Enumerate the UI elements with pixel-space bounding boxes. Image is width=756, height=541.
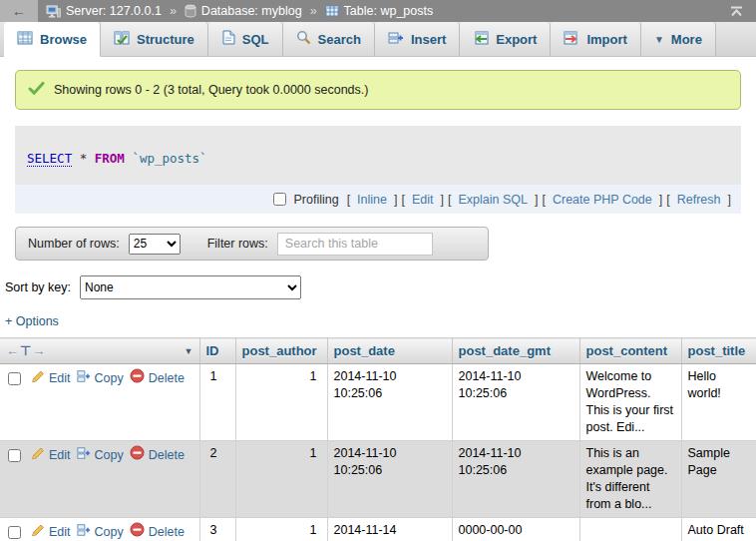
number-of-rows-select[interactable]: 25 — [129, 234, 181, 255]
tab-label: Insert — [411, 32, 446, 47]
server-icon — [46, 5, 61, 18]
tab-import[interactable]: Import — [551, 22, 640, 56]
tab-label: Browse — [40, 32, 87, 47]
breadcrumb-table[interactable]: Table: wp_posts — [344, 4, 434, 18]
delete-row-link[interactable]: Delete — [130, 522, 185, 541]
column-header-post-date-gmt[interactable]: post_date_gmt — [452, 338, 579, 364]
row-checkbox[interactable] — [8, 449, 21, 462]
copy-label: Copy — [95, 447, 124, 464]
column-header-id[interactable]: ID — [199, 338, 235, 364]
tab-search[interactable]: Search — [283, 22, 375, 56]
edit-row-link[interactable]: Edit — [31, 369, 71, 388]
explain-sql-link[interactable]: Explain SQL — [458, 193, 527, 207]
breadcrumb-database[interactable]: Database: myblog — [201, 4, 302, 18]
sort-by-key-row: Sort by key: None — [5, 275, 756, 299]
delete-row-link[interactable]: Delete — [130, 445, 185, 465]
search-icon — [296, 30, 311, 48]
back-button[interactable]: ← — [0, 0, 38, 22]
inline-link[interactable]: Inline — [357, 193, 387, 207]
filter-rows-input[interactable] — [277, 233, 433, 256]
cell-post-date: 2014-11-14 06:33:38 — [327, 518, 452, 541]
delete-label: Delete — [149, 524, 185, 541]
copy-label: Copy — [95, 370, 124, 387]
delete-label: Delete — [149, 370, 185, 387]
collapse-panel-icon[interactable] — [729, 6, 744, 17]
copy-icon — [77, 523, 91, 541]
copy-icon — [77, 446, 91, 465]
edit-row-link[interactable]: Edit — [31, 446, 71, 465]
sort-by-key-select[interactable]: None — [80, 275, 301, 299]
database-icon — [185, 4, 196, 18]
cell-post-date-gmt: 2014-11-10 10:25:06 — [452, 364, 579, 441]
copy-label: Copy — [95, 524, 124, 541]
insert-row-icon — [388, 31, 404, 48]
status-message: Showing rows 0 - 2 (3 total, Query took … — [15, 70, 741, 110]
breadcrumb-separator: » — [170, 4, 177, 18]
tab-structure[interactable]: Structure — [101, 22, 208, 56]
bracket: ] — [441, 193, 444, 207]
edit-label: Edit — [49, 524, 71, 541]
row-checkbox[interactable] — [8, 372, 21, 385]
status-message-text: Showing rows 0 - 2 (3 total, Query took … — [54, 83, 368, 97]
filter-rows-label: Filter rows: — [207, 237, 268, 251]
breadcrumb-server[interactable]: Server: 127.0.0.1 — [66, 4, 162, 18]
column-header-post-date[interactable]: post_date — [327, 338, 452, 364]
tab-insert[interactable]: Insert — [375, 22, 460, 56]
cell-post-date-gmt: 0000-00-00 00:00:00 — [452, 518, 579, 541]
cell-post-content — [579, 518, 681, 541]
sql-table-name: `wp_posts` — [132, 151, 206, 166]
column-header-post-content[interactable]: post_content — [579, 338, 681, 364]
column-visibility-widget[interactable]: ←⊤→ — [6, 343, 46, 358]
pencil-icon — [31, 369, 45, 388]
column-header-post-title[interactable]: post_title — [681, 338, 756, 364]
delete-icon — [130, 445, 145, 465]
copy-row-link[interactable]: Copy — [77, 446, 124, 465]
browse-table-icon — [17, 31, 33, 48]
tab-label: Structure — [137, 32, 194, 47]
tab-browse[interactable]: Browse — [4, 22, 101, 57]
sql-file-icon — [221, 30, 235, 48]
breadcrumb: Server: 127.0.0.1 » Database: myblog » T… — [46, 4, 433, 18]
cell-post-title: Sample Page — [681, 441, 756, 518]
tab-label: Search — [318, 32, 361, 47]
profiling-checkbox[interactable] — [273, 193, 286, 206]
edit-row-link[interactable]: Edit — [31, 523, 71, 541]
sort-by-key-label: Sort by key: — [5, 280, 71, 294]
bracket: [ — [448, 193, 451, 207]
tab-more[interactable]: ▼ More — [641, 22, 716, 56]
cell-post-date: 2014-11-10 10:25:06 — [327, 364, 452, 441]
tab-label: Export — [496, 32, 537, 47]
create-php-code-link[interactable]: Create PHP Code — [553, 193, 652, 207]
breadcrumb-bar: ← Server: 127.0.0.1 » Database: myblog »… — [0, 0, 756, 22]
sql-star: * — [80, 151, 88, 166]
sql-keyword-select[interactable]: SELECT — [27, 151, 72, 167]
delete-label: Delete — [149, 447, 185, 464]
sql-query-box: SELECT * FROM `wp_posts` — [15, 126, 741, 185]
edit-query-link[interactable]: Edit — [412, 193, 434, 207]
tab-sql[interactable]: SQL — [208, 22, 283, 56]
row-checkbox[interactable] — [8, 526, 21, 539]
copy-row-link[interactable]: Copy — [77, 523, 124, 541]
tab-export[interactable]: Export — [460, 22, 551, 56]
bracket: [ — [542, 193, 545, 207]
sql-keyword-from: FROM — [95, 151, 125, 166]
column-header-post-author[interactable]: post_author — [235, 338, 327, 364]
cell-id: 2 — [199, 441, 235, 518]
options-toggle-link[interactable]: + Options — [5, 314, 59, 328]
delete-row-link[interactable]: Delete — [130, 368, 185, 388]
cell-id: 3 — [199, 518, 235, 541]
tab-label: SQL — [242, 32, 269, 47]
cell-post-content: This is an example page. It's different … — [579, 441, 681, 518]
pencil-icon — [31, 523, 45, 541]
refresh-link[interactable]: Refresh — [677, 193, 721, 207]
breadcrumb-separator: » — [310, 4, 317, 18]
bracket: [ — [401, 193, 404, 207]
table-header-row: ←⊤→ ▼ ID post_author post_date post_date… — [0, 338, 756, 364]
bracket: ] — [394, 193, 397, 207]
delete-icon — [130, 522, 145, 541]
row-options-bar: Number of rows: 25 Filter rows: — [15, 227, 489, 261]
cell-id: 1 — [199, 364, 235, 441]
copy-row-link[interactable]: Copy — [77, 369, 124, 388]
bracket: ] — [728, 193, 731, 207]
actions-dropdown-icon[interactable]: ▼ — [185, 346, 193, 356]
